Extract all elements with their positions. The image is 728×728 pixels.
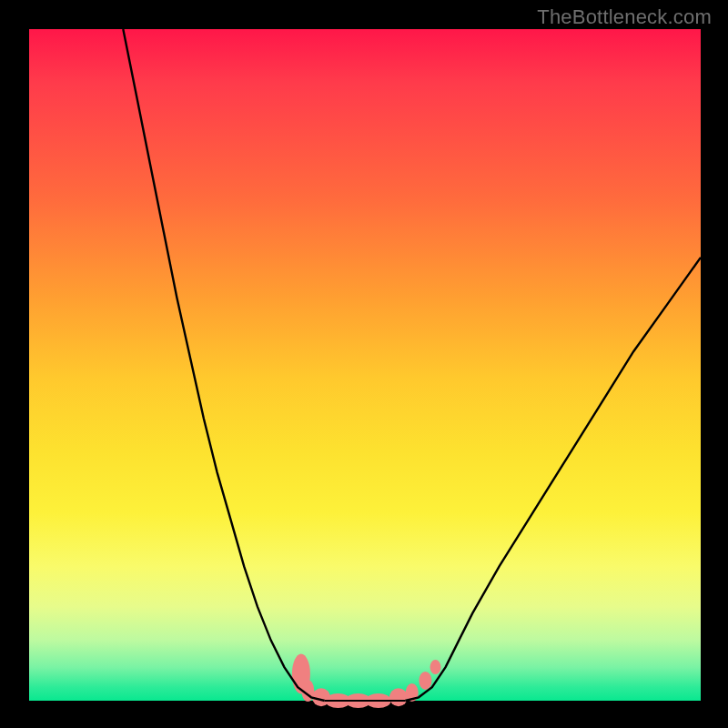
chart-frame: TheBottleneck.com xyxy=(0,0,728,728)
left-curve-path xyxy=(123,29,324,701)
chart-svg xyxy=(29,29,701,701)
watermark-text: TheBottleneck.com xyxy=(537,5,712,29)
valley-marker xyxy=(430,660,441,674)
valley-marker xyxy=(389,688,408,706)
right-curve-path xyxy=(405,258,701,701)
plot-area xyxy=(29,29,701,701)
valley-marker xyxy=(419,672,431,690)
